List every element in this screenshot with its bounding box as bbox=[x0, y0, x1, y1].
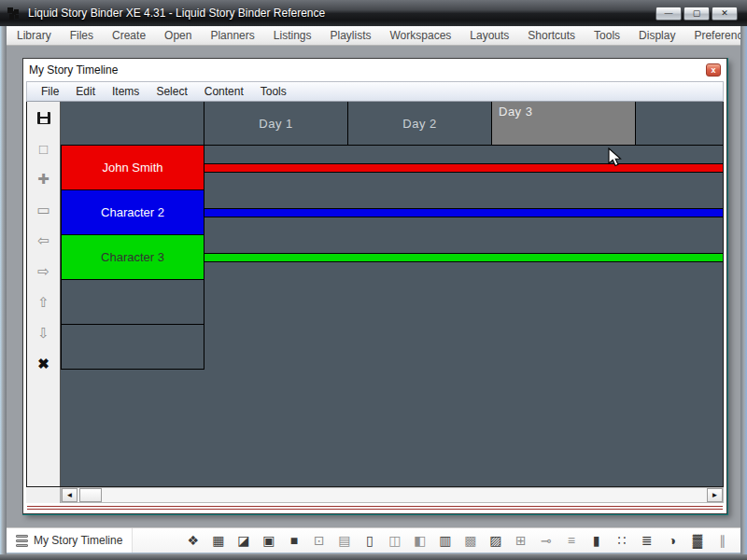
tiles-icon[interactable]: ∷ bbox=[613, 533, 629, 548]
window-border-bottom bbox=[0, 554, 747, 560]
menu-item-listings[interactable]: Listings bbox=[264, 27, 321, 44]
side-panel-doc-icon[interactable]: ◧ bbox=[412, 533, 428, 548]
stacked-bars-icon bbox=[16, 535, 28, 547]
text-columns-icon[interactable]: ▥ bbox=[437, 533, 453, 548]
scroll-left-button[interactable]: ◄ bbox=[62, 488, 78, 502]
menu-item-display[interactable]: Display bbox=[629, 27, 684, 44]
day-header-1[interactable]: Day 1 bbox=[204, 102, 348, 146]
window-controls: — ▢ ✕ bbox=[655, 7, 741, 21]
texture-image-icon[interactable]: ▓ bbox=[689, 533, 705, 548]
timeline-menu-item-items[interactable]: Items bbox=[104, 83, 148, 100]
timeline-menu-item-file[interactable]: File bbox=[33, 83, 67, 100]
grid-table-icon[interactable]: ▦ bbox=[210, 533, 226, 548]
table-columns-icon[interactable]: ◫ bbox=[387, 533, 402, 548]
track-bar-2[interactable] bbox=[204, 208, 723, 217]
remove-icon[interactable]: ▭ bbox=[33, 199, 55, 221]
window-title: Liquid Story Binder XE 4.31 - Liquid Sto… bbox=[28, 7, 325, 20]
new-page-icon[interactable]: ▯ bbox=[361, 533, 377, 548]
day-header-3[interactable]: Day 3 bbox=[492, 102, 636, 146]
timeline-content: □✚▭⇦⇨⇧⇩✖ Day 1Day 2Day 3John SmithCharac… bbox=[26, 102, 724, 487]
menu-item-tools[interactable]: Tools bbox=[585, 27, 629, 44]
menu-item-planners[interactable]: Planners bbox=[201, 27, 263, 44]
menu-item-preferences[interactable]: Preferences bbox=[684, 27, 747, 44]
character-cell-3[interactable]: Character 3 bbox=[61, 235, 204, 280]
timeline-menu-bar: FileEditItemsSelectContentTools bbox=[26, 81, 724, 102]
timeline-side-toolbar: □✚▭⇦⇨⇧⇩✖ bbox=[27, 102, 61, 486]
timeline-menu-item-content[interactable]: Content bbox=[196, 83, 252, 100]
window-footer-stripes bbox=[26, 503, 724, 511]
mosaic-icon[interactable]: ▩ bbox=[462, 533, 478, 548]
dark-circle-image-icon[interactable]: ◑ bbox=[664, 533, 680, 548]
timeline-window-title: My Story Timeline bbox=[29, 63, 118, 77]
move-up-icon[interactable]: ⇧ bbox=[33, 291, 55, 314]
menu-item-playlists[interactable]: Playlists bbox=[320, 27, 380, 44]
track-bar-1[interactable] bbox=[204, 163, 723, 173]
character-cell-1[interactable]: John Smith bbox=[61, 146, 204, 190]
track-bar-3[interactable] bbox=[204, 253, 723, 262]
timeline-menu-item-tools[interactable]: Tools bbox=[252, 83, 295, 100]
empty-character-cell-2[interactable] bbox=[61, 325, 204, 370]
menu-item-library[interactable]: Library bbox=[7, 27, 61, 44]
scrollbar-fill[interactable] bbox=[102, 488, 707, 502]
scroll-right-button[interactable]: ► bbox=[707, 488, 723, 502]
document-lines-icon[interactable]: ▤ bbox=[336, 533, 352, 548]
grid-corner-cell bbox=[61, 102, 204, 146]
day-header-2[interactable]: Day 2 bbox=[348, 102, 492, 146]
selection-icon[interactable]: ⊡ bbox=[311, 533, 327, 548]
taskbar: My Story Timeline ❖▦◪▣■⊡▤▯◫◧▥▩▨⊞⊸≡▮∷≣◑▓∥… bbox=[7, 527, 740, 553]
stack-icon[interactable]: ≣ bbox=[639, 533, 655, 548]
menu-item-open[interactable]: Open bbox=[155, 27, 201, 44]
calendar-icon[interactable]: ⊞ bbox=[513, 533, 529, 548]
save-all-icon[interactable]: ▣ bbox=[261, 533, 276, 548]
app-icon bbox=[6, 6, 21, 21]
day-header-partial bbox=[636, 102, 723, 146]
timeline-close-button[interactable]: x bbox=[706, 63, 721, 77]
timeline-grid[interactable]: Day 1Day 2Day 3John SmithCharacter 2Char… bbox=[61, 102, 723, 486]
pause-icon[interactable]: ∥ bbox=[714, 533, 730, 548]
delete-icon[interactable]: ✖ bbox=[33, 353, 55, 375]
minimize-button[interactable]: — bbox=[655, 7, 682, 21]
bars-icon[interactable]: ▮ bbox=[588, 533, 604, 548]
window-border-left bbox=[0, 26, 7, 560]
timeline-menu-item-select[interactable]: Select bbox=[148, 83, 195, 100]
menu-item-workspaces[interactable]: Workspaces bbox=[381, 27, 461, 44]
save-icon[interactable] bbox=[33, 106, 55, 129]
stop-square-icon[interactable]: □ bbox=[33, 137, 55, 160]
list-icon[interactable]: ≡ bbox=[563, 533, 579, 548]
window-border-right bbox=[740, 26, 747, 560]
swatch-icon[interactable]: ■ bbox=[286, 533, 302, 548]
mouse-cursor bbox=[608, 147, 623, 172]
maximize-button[interactable]: ▢ bbox=[684, 7, 710, 21]
empty-character-cell-1[interactable] bbox=[61, 280, 204, 325]
character-cell-2[interactable]: Character 2 bbox=[61, 190, 204, 235]
move-left-icon[interactable]: ⇦ bbox=[33, 230, 55, 252]
scrollbar-thumb[interactable] bbox=[79, 488, 102, 502]
main-menu-bar: LibraryFilesCreateOpenPlannersListingsPl… bbox=[0, 26, 747, 46]
move-right-icon[interactable]: ⇨ bbox=[33, 260, 55, 283]
scrollbar-spacer bbox=[26, 487, 61, 503]
timeline-menu-item-edit[interactable]: Edit bbox=[67, 83, 104, 100]
menu-item-files[interactable]: Files bbox=[61, 27, 103, 44]
move-down-icon[interactable]: ⇩ bbox=[33, 322, 55, 344]
connector-icon[interactable]: ⊸ bbox=[538, 533, 554, 548]
planner-layers-icon[interactable]: ❖ bbox=[185, 533, 201, 548]
title-bar[interactable]: Liquid Story Binder XE 4.31 - Liquid Sto… bbox=[0, 0, 747, 26]
timeline-window-title-bar[interactable]: My Story Timeline x bbox=[26, 59, 724, 81]
close-button[interactable]: ✕ bbox=[712, 7, 738, 21]
menu-item-shortcuts[interactable]: Shortcuts bbox=[518, 27, 585, 44]
box-icon[interactable]: ◪ bbox=[235, 533, 251, 548]
menu-item-layouts[interactable]: Layouts bbox=[460, 27, 518, 44]
taskbar-item-my-story-timeline[interactable]: My Story Timeline bbox=[7, 528, 133, 553]
taskbar-item-label: My Story Timeline bbox=[34, 534, 122, 547]
taskbar-tool-icons: ❖▦◪▣■⊡▤▯◫◧▥▩▨⊞⊸≡▮∷≣◑▓∥✒ bbox=[185, 533, 747, 548]
timeline-window: My Story Timeline x FileEditItemsSelectC… bbox=[22, 58, 727, 514]
horizontal-scrollbar: ◄ ► bbox=[26, 487, 724, 503]
floppy-glyph bbox=[37, 112, 50, 124]
menu-item-create[interactable]: Create bbox=[103, 27, 155, 44]
add-icon[interactable]: ✚ bbox=[33, 168, 55, 190]
image-icon[interactable]: ▨ bbox=[487, 533, 503, 548]
scrollbar-track[interactable]: ◄ ► bbox=[61, 487, 724, 503]
